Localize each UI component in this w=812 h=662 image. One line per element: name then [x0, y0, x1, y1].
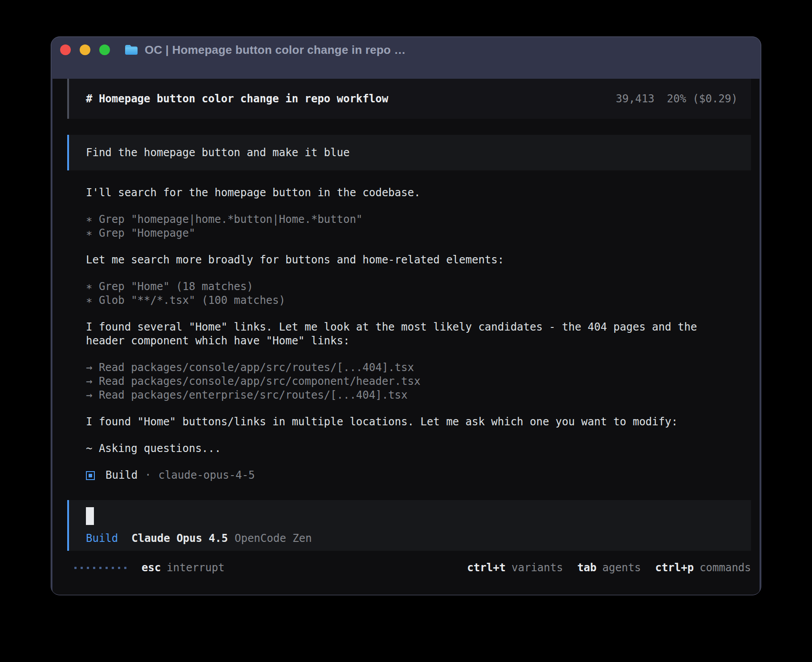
agent-mode-label[interactable]: Build: [86, 532, 118, 545]
tab-key: tab: [577, 561, 597, 574]
assistant-paragraph: Let me search more broadly for buttons a…: [86, 253, 751, 267]
assistant-text: Let me search more broadly for buttons a…: [86, 253, 751, 267]
tool-call-grep: ∗ Grep "Homepage": [86, 226, 751, 240]
terminal-window: OC | Homepage button color change in rep…: [51, 36, 761, 595]
token-count: 39,413: [616, 93, 654, 105]
ctrl-p-label: commands: [699, 561, 751, 574]
agent-model-name: claude-opus-4-5: [158, 468, 255, 482]
esc-key: esc: [142, 561, 161, 574]
assistant-text: header component which have "Home" links…: [86, 334, 751, 348]
close-button[interactable]: [60, 44, 71, 55]
esc-interrupt-hint: esc interrupt: [142, 561, 224, 574]
tool-call-glob: ∗ Glob "**/*.tsx" (100 matches): [86, 294, 751, 307]
tool-call-read: → Read packages/console/app/src/componen…: [86, 375, 751, 388]
folder-icon: [124, 44, 138, 56]
ctrl-p-key: ctrl+p: [655, 561, 694, 574]
ctrl-t-key: ctrl+t: [467, 561, 506, 574]
session-header: # Homepage button color change in repo w…: [67, 79, 751, 119]
window-title: OC | Homepage button color change in rep…: [145, 43, 406, 57]
user-message-text: Find the homepage button and make it blu…: [86, 146, 349, 159]
build-agent-icon: [86, 471, 95, 480]
titlebar: OC | Homepage button color change in rep…: [51, 37, 761, 63]
assistant-text: I found "Home" buttons/links in multiple…: [86, 415, 751, 429]
model-label[interactable]: Claude Opus 4.5: [131, 532, 228, 545]
variants-hint: ctrl+t variants: [467, 561, 563, 574]
tool-call-read: → Read packages/enterprise/src/routes/[.…: [86, 388, 751, 402]
status-bar-right: ctrl+t variants tab agents ctrl+p comman…: [467, 561, 751, 574]
tool-call-read: → Read packages/console/app/src/routes/[…: [86, 361, 751, 375]
agent-name: Build: [106, 468, 138, 482]
progress-spinner: [74, 567, 126, 569]
assistant-paragraph: I'll search for the homepage button in t…: [86, 186, 751, 200]
status-bar-left: esc interrupt: [67, 561, 224, 574]
tool-call-grep: ∗ Grep "homepage|home.*button|Home.*butt…: [86, 213, 751, 226]
esc-key-label: interrupt: [166, 561, 224, 574]
commands-hint: ctrl+p commands: [655, 561, 751, 574]
ctrl-t-label: variants: [512, 561, 563, 574]
terminal-content: # Homepage button color change in repo w…: [53, 79, 759, 595]
tool-call-group: → Read packages/console/app/src/routes/[…: [86, 361, 751, 402]
session-meta: 39,413 20% ($0.29): [616, 93, 738, 105]
agents-hint: tab agents: [577, 561, 641, 574]
minimize-button[interactable]: [80, 44, 90, 55]
assistant-paragraph: I found several "Home" links. Let me loo…: [86, 320, 751, 348]
status-asking-text: ~ Asking questions...: [86, 442, 751, 456]
tool-call-group: ∗ Grep "Home" (18 matches) ∗ Glob "**/*.…: [86, 280, 751, 307]
user-message: Find the homepage button and make it blu…: [67, 135, 751, 170]
status-bar: esc interrupt ctrl+t variants tab agents…: [67, 558, 751, 577]
agent-status-row: Build · claude-opus-4-5: [86, 468, 751, 482]
separator-dot: ·: [145, 468, 151, 482]
zoom-button[interactable]: [99, 44, 110, 55]
conversation: I'll search for the homepage button in t…: [67, 186, 751, 482]
provider-label: OpenCode Zen: [235, 532, 312, 545]
session-title: # Homepage button color change in repo w…: [86, 93, 388, 105]
tab-label: agents: [602, 561, 641, 574]
context-usage: 20% ($0.29): [667, 93, 738, 105]
assistant-text: I'll search for the homepage button in t…: [86, 186, 751, 200]
tool-call-grep: ∗ Grep "Home" (18 matches): [86, 280, 751, 294]
assistant-paragraph: I found "Home" buttons/links in multiple…: [86, 415, 751, 429]
assistant-text: I found several "Home" links. Let me loo…: [86, 320, 751, 334]
input-status-row: Build Claude Opus 4.5 OpenCode Zen: [86, 532, 751, 545]
prompt-input[interactable]: Build Claude Opus 4.5 OpenCode Zen: [67, 500, 751, 551]
status-asking: ~ Asking questions...: [86, 442, 751, 456]
tool-call-group: ∗ Grep "homepage|home.*button|Home.*butt…: [86, 213, 751, 240]
text-cursor: [86, 507, 94, 525]
